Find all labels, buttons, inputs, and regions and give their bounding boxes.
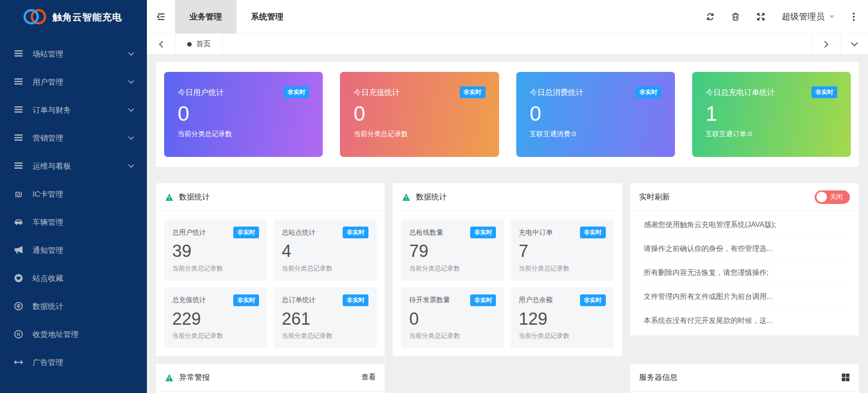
stat-box-total-recharge: 总充值统计 非实时 229 当前分类总记录数 xyxy=(164,287,267,349)
stat-label: 总充值统计 xyxy=(172,296,206,304)
list-icon xyxy=(14,161,24,171)
panel-title: 数据统计 xyxy=(179,192,376,202)
chevron-down-icon xyxy=(128,80,134,84)
stat-label: 总站点统计 xyxy=(282,228,316,237)
sidebar-item-orders-finance[interactable]: 订单与财务 xyxy=(0,96,147,124)
realtime-refresh-panel: 实时刷新 关闭 感谢您使用触角云充电管理系统(JAVA版); 请操作之前确认你的… xyxy=(630,183,859,336)
message-item: 文件管理内所有文件或图片为前台调用... xyxy=(644,285,850,309)
stat-value: 261 xyxy=(282,309,368,330)
sidebar-item-data-statistics[interactable]: 数据统计 xyxy=(0,292,147,320)
list-icon xyxy=(14,105,24,115)
non-realtime-badge: 非实时 xyxy=(470,294,496,306)
hero-card-today-users: 今日用户统计 非实时 0 当前分类总记录数 xyxy=(164,72,323,157)
pause-circle-icon xyxy=(14,329,24,339)
stat-value: 0 xyxy=(409,309,496,330)
sidebar-item-marketing-mgmt[interactable]: 营销管理 xyxy=(0,124,147,152)
car-icon xyxy=(14,217,24,227)
sidebar-item-label: 广告管理 xyxy=(33,357,134,368)
panel-header: 数据统计 xyxy=(393,183,622,211)
arrows-horizontal-icon xyxy=(14,357,24,367)
user-dropdown[interactable]: 超级管理员 xyxy=(774,0,843,33)
server-info-panel: 服务器信息 xyxy=(630,364,859,393)
fullscreen-icon xyxy=(756,12,765,21)
refresh-button[interactable] xyxy=(698,0,723,33)
caret-down-icon xyxy=(829,15,835,19)
sidebar-item-label: 用户管理 xyxy=(33,77,128,87)
hero-card-title: 今日用户统计 xyxy=(178,87,224,98)
clear-cache-button[interactable] xyxy=(723,0,748,33)
hero-card-title: 今日总充电订单统计 xyxy=(706,87,775,98)
dashboard-content: 今日用户统计 非实时 0 当前分类总记录数 今日充值统计 非实时 0 当前分类总… xyxy=(147,55,868,393)
sidebar-item-site-favorites[interactable]: 站点收藏 xyxy=(0,264,147,292)
sidebar-item-station-mgmt[interactable]: 场站管理 xyxy=(0,40,147,68)
stat-value: 39 xyxy=(172,241,259,262)
app-logo: 触角云智能充电 xyxy=(0,0,147,33)
view-alerts-link[interactable]: 查看 xyxy=(361,373,376,382)
stat-subtitle: 当前分类总记录数 xyxy=(172,265,259,273)
sidebar-item-notification-mgmt[interactable]: 通知管理 xyxy=(0,236,147,264)
warning-triangle-icon xyxy=(165,193,174,201)
panel-header: 异常警报 查看 xyxy=(156,364,385,392)
hero-card-value: 0 xyxy=(178,101,309,127)
fold-icon xyxy=(156,12,166,22)
stat-value: 79 xyxy=(409,241,496,262)
top-tab-system-mgmt[interactable]: 系统管理 xyxy=(236,0,298,33)
chevron-down-icon xyxy=(128,136,134,140)
page-tab-label: 首页 xyxy=(196,39,211,49)
sidebar-item-ic-card-mgmt[interactable]: ₪ IC卡管理 xyxy=(0,180,147,208)
sidebar-item-user-mgmt[interactable]: 用户管理 xyxy=(0,68,147,96)
fullscreen-button[interactable] xyxy=(748,0,774,33)
message-item: 感谢您使用触角云充电管理系统(JAVA版); xyxy=(644,213,850,237)
sidebar-item-label: 数据统计 xyxy=(33,301,134,312)
top-tab-business-mgmt[interactable]: 业务管理 xyxy=(175,0,236,33)
top-tab-label: 系统管理 xyxy=(251,11,283,22)
message-item: 请操作之前确认你的身份，有些管理选... xyxy=(644,237,850,261)
panel-header: 服务器信息 xyxy=(630,364,859,392)
tabs-scroll-left-button[interactable] xyxy=(147,34,175,54)
hero-card-subtitle: 当前分类总记录数 xyxy=(354,130,485,138)
sidebar-item-label: 站点收藏 xyxy=(33,273,134,284)
stat-subtitle: 当前分类总记录数 xyxy=(172,332,259,340)
stat-subtitle: 当前分类总记录数 xyxy=(282,332,368,340)
sidebar-item-shipping-address-mgmt[interactable]: 收货地址管理 xyxy=(0,320,147,348)
warning-triangle-icon xyxy=(165,374,174,382)
sidebar-item-ops-dashboard[interactable]: 运维与看板 xyxy=(0,152,147,180)
bottom-panels-row: 异常警报 查看 服务器信息 xyxy=(156,364,859,393)
stat-subtitle: 当前分类总记录数 xyxy=(282,265,368,273)
hero-card-value: 0 xyxy=(530,101,661,127)
message-list: 感谢您使用触角云充电管理系统(JAVA版); 请操作之前确认你的身份，有些管理选… xyxy=(630,211,859,336)
stat-label: 待开发票数量 xyxy=(409,296,450,304)
active-tab-dot xyxy=(187,42,192,47)
non-realtime-badge: 非实时 xyxy=(233,227,259,238)
hero-cards-container: 今日用户统计 非实时 0 当前分类总记录数 今日充值统计 非实时 0 当前分类总… xyxy=(156,62,859,167)
sidebar-item-vehicle-mgmt[interactable]: 车辆管理 xyxy=(0,208,147,236)
sidebar-item-label: 通知管理 xyxy=(33,245,134,256)
stat-box-charging-orders: 充电中订单 非实时 7 当前分类总记录数 xyxy=(510,219,613,281)
sidebar-item-label: 车辆管理 xyxy=(33,217,134,227)
list-icon xyxy=(14,133,24,143)
stat-value: 4 xyxy=(282,241,368,262)
hero-card-value: 0 xyxy=(354,101,485,127)
stat-label: 总订单统计 xyxy=(282,296,316,304)
page-tab-home[interactable]: 首页 xyxy=(175,34,223,54)
panel-title: 实时刷新 xyxy=(639,192,809,202)
sidebar-item-ad-mgmt[interactable]: 广告管理 xyxy=(0,348,147,376)
stat-subtitle: 当前分类总记录数 xyxy=(519,265,605,273)
sidebar-fold-button[interactable] xyxy=(147,0,175,33)
stat-value: 229 xyxy=(172,309,259,330)
non-realtime-badge: 非实时 xyxy=(343,294,368,306)
tabs-menu-button[interactable] xyxy=(840,34,868,54)
non-realtime-badge: 非实时 xyxy=(580,294,606,306)
panel-title: 异常警报 xyxy=(179,372,356,383)
tabs-scroll-right-button[interactable] xyxy=(812,34,840,54)
hero-card-title: 今日充值统计 xyxy=(354,87,400,98)
list-icon xyxy=(14,49,24,59)
chevron-down-icon xyxy=(128,164,134,168)
sidebar-item-label: 营销管理 xyxy=(33,133,128,143)
toggle-label: 关闭 xyxy=(830,193,843,201)
trash-icon xyxy=(731,12,740,21)
realtime-refresh-toggle[interactable]: 关闭 xyxy=(815,190,850,204)
more-actions-button[interactable] xyxy=(843,0,864,33)
main-area: 业务管理 系统管理 超级管理员 xyxy=(147,0,868,393)
data-stats-panel-1: 数据统计 总用户统计 非实时 39 当前分类总记录数 xyxy=(156,183,385,356)
